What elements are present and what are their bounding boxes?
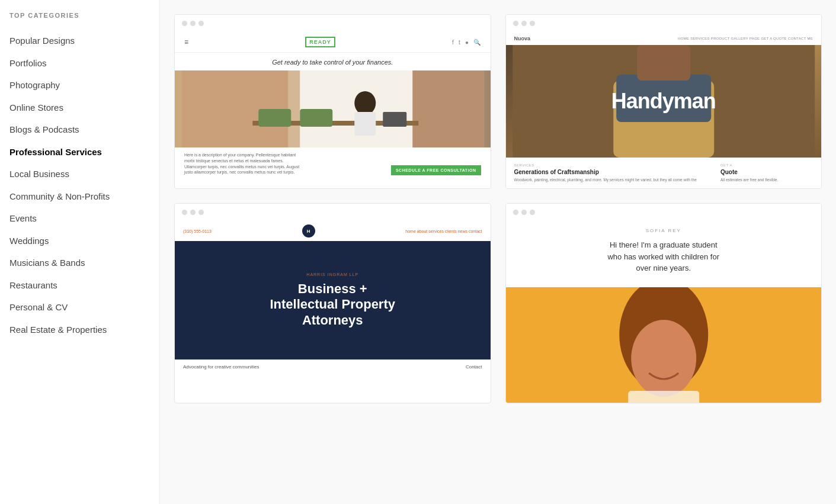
card2-footer-col2: GET A Quote All estimates are free and f…	[720, 163, 779, 182]
card1-body-text: Here is a description of your company. P…	[184, 152, 303, 175]
template-card-finance[interactable]: ≡ READY f t ● 🔍 Get ready to take contro…	[174, 14, 491, 189]
svg-rect-9	[383, 112, 406, 127]
card1-footer: Here is a description of your company. P…	[175, 147, 491, 182]
svg-rect-3	[412, 70, 483, 147]
svg-rect-6	[300, 109, 332, 127]
sidebar-item-musicians[interactable]: Musicians & Bands	[9, 252, 150, 274]
card3-content: (310) 555-0113 H home about services cli…	[175, 221, 491, 374]
dot-yellow	[190, 21, 196, 26]
card2-label2: GET A	[720, 163, 779, 167]
svg-rect-17	[628, 391, 699, 403]
card2-hero-text: Handyman	[611, 89, 716, 114]
dot-red	[182, 21, 187, 26]
card2-text1: Woodwork, painting, electrical, plumbing…	[514, 177, 697, 182]
card1-content: ≡ READY f t ● 🔍 Get ready to take contro…	[175, 32, 491, 182]
card-dots	[175, 15, 491, 32]
card3-phone: (310) 555-0113	[183, 229, 212, 233]
card-dots-3	[175, 204, 491, 221]
sidebar-header: TOP CATEGORIES	[9, 12, 150, 19]
sidebar-item-portfolios[interactable]: Portfolios	[9, 52, 150, 75]
dot-yellow-4	[521, 210, 527, 215]
card1-image-placeholder	[175, 70, 491, 147]
card3-subtitle: HARRIS INGRAM LLP	[270, 272, 395, 277]
card1-scene-svg	[175, 70, 491, 147]
sidebar-item-events[interactable]: Events	[9, 207, 150, 230]
card3-footer-right: Contact	[466, 364, 482, 370]
sidebar-item-restaurants[interactable]: Restaurants	[9, 274, 150, 297]
sidebar-item-online-stores[interactable]: Online Stores	[9, 97, 150, 119]
card2-brand: Nuova	[514, 36, 531, 41]
template-card-handyman[interactable]: Nuova HOME SERVICES PRODUCT GALLERY PAGE…	[505, 14, 822, 189]
card4-hero	[506, 287, 822, 403]
card4-content: SOFIA REY Hi there! I'm a graduate stude…	[506, 221, 822, 403]
template-card-sofia[interactable]: SOFIA REY Hi there! I'm a graduate stude…	[505, 203, 822, 403]
sidebar-item-personal-cv[interactable]: Personal & CV	[9, 296, 150, 319]
card-dots-4	[506, 204, 822, 221]
sidebar-item-local-business[interactable]: Local Business	[9, 163, 150, 185]
card3-footer-left: Advocating for creative communities	[183, 364, 260, 370]
dot-green-2	[530, 21, 535, 26]
dot-red-3	[182, 210, 187, 215]
main-content: ≡ READY f t ● 🔍 Get ready to take contro…	[160, 0, 836, 504]
card2-nav-links: HOME SERVICES PRODUCT GALLERY PAGE GET A…	[678, 37, 813, 40]
template-card-lawfirm[interactable]: (310) 555-0113 H home about services cli…	[174, 203, 491, 403]
card2-footer: SERVICES Generations of Craftsmanship Wo…	[506, 158, 822, 188]
card4-name-label: SOFIA REY	[515, 228, 812, 233]
dot-red-4	[513, 210, 518, 215]
svg-rect-5	[258, 109, 291, 127]
card3-footer: Advocating for creative communities Cont…	[175, 359, 491, 374]
card1-nav: ≡ READY f t ● 🔍	[175, 32, 491, 53]
card-dots-2	[506, 15, 822, 32]
hamburger-icon: ≡	[184, 38, 188, 46]
sidebar: TOP CATEGORIES Popular Designs Portfolio…	[0, 0, 160, 504]
svg-point-16	[631, 320, 696, 397]
card1-nav-icons: f t ● 🔍	[452, 39, 481, 46]
card1-image	[175, 70, 491, 147]
card4-quote: Hi there! I'm a graduate studentwho has …	[515, 239, 812, 274]
sidebar-item-weddings[interactable]: Weddings	[9, 230, 150, 252]
dot-red-2	[513, 21, 518, 26]
sidebar-item-popular-designs[interactable]: Popular Designs	[9, 30, 150, 52]
svg-rect-8	[354, 112, 376, 136]
card3-nav-links: home about services clients news contact	[405, 229, 482, 233]
dot-green	[198, 21, 204, 26]
card2-text2: All estimates are free and flexible.	[720, 177, 779, 182]
template-grid: ≡ READY f t ● 🔍 Get ready to take contro…	[174, 14, 822, 403]
card3-title: Business +Intellectual PropertyAttorneys	[270, 281, 395, 328]
card2-footer-col1: SERVICES Generations of Craftsmanship Wo…	[514, 163, 697, 182]
card3-logo: H	[302, 224, 315, 237]
svg-point-7	[354, 91, 376, 115]
card3-nav: (310) 555-0113 H home about services cli…	[175, 221, 491, 241]
card1-cta-button[interactable]: SCHEDULE A FREE CONSULTATION	[391, 165, 481, 175]
sidebar-item-photography[interactable]: Photography	[9, 74, 150, 97]
ready-logo: READY	[305, 37, 335, 47]
sofia-scene	[506, 287, 822, 403]
dot-yellow-3	[190, 210, 196, 215]
sidebar-item-blogs-podcasts[interactable]: Blogs & Podcasts	[9, 118, 150, 141]
card2-content: Nuova HOME SERVICES PRODUCT GALLERY PAGE…	[506, 32, 822, 188]
card2-label1: SERVICES	[514, 163, 697, 167]
card3-hero: HARRIS INGRAM LLP Business +Intellectual…	[175, 241, 491, 359]
sidebar-item-community[interactable]: Community & Non-Profits	[9, 185, 150, 208]
sidebar-item-professional-services[interactable]: Professional Services	[9, 141, 150, 163]
dot-green-3	[198, 210, 204, 215]
card1-tagline: Get ready to take control of your financ…	[175, 53, 491, 70]
card2-title2: Quote	[720, 169, 779, 175]
card2-hero: Handyman	[506, 45, 822, 158]
card4-top: SOFIA REY Hi there! I'm a graduate stude…	[506, 221, 822, 287]
card2-nav: Nuova HOME SERVICES PRODUCT GALLERY PAGE…	[506, 32, 822, 45]
dot-green-4	[530, 210, 535, 215]
sidebar-item-real-estate[interactable]: Real Estate & Properties	[9, 319, 150, 341]
dot-yellow-2	[521, 21, 527, 26]
card2-title1: Generations of Craftsmanship	[514, 169, 697, 175]
svg-rect-13	[637, 45, 690, 81]
